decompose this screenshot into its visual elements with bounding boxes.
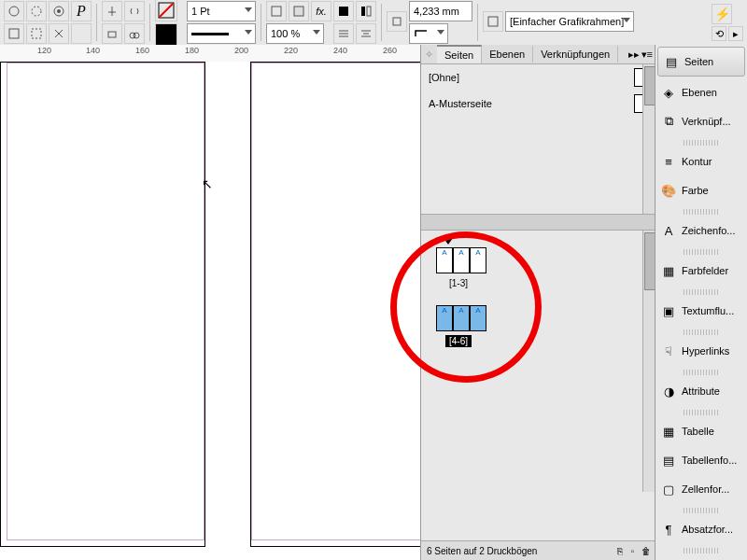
panel-label: Kontur — [682, 156, 712, 167]
align-icon[interactable] — [333, 23, 354, 44]
svg-rect-11 — [272, 7, 281, 16]
pages-panel: ✧ Seiten Ebenen Verknüpfungen ▸▸ ▾≡ [Ohn… — [420, 45, 657, 560]
panel-table[interactable]: ▦Tabelle — [655, 417, 747, 446]
document-pages-area[interactable]: A A A [1-3] A A A [4-6] — [421, 231, 656, 492]
corner-select[interactable] — [409, 23, 448, 44]
svg-point-0 — [9, 7, 19, 16]
panel-tstyle[interactable]: ▤Tabellenfo... — [655, 446, 747, 475]
chain-icon[interactable] — [124, 1, 145, 21]
panel-layers[interactable]: ◈Ebenen — [655, 78, 747, 107]
fx-icon[interactable]: fx. — [311, 1, 331, 21]
master-a[interactable]: A-Musterseite — [421, 91, 656, 117]
spread-1[interactable]: A A A — [436, 247, 486, 273]
tool-icon[interactable] — [49, 1, 69, 21]
layers-icon: ◈ — [661, 85, 676, 100]
tool-icon[interactable] — [4, 23, 24, 44]
panel-status-bar: 6 Seiten auf 2 Druckbögen ⎘ ▫ 🗑 — [421, 540, 656, 560]
anchor-icon[interactable] — [102, 1, 122, 21]
pages-icon: ▤ — [664, 54, 679, 69]
tab-pages[interactable]: Seiten — [437, 45, 482, 63]
edit-page-icon[interactable]: ⎘ — [617, 546, 623, 556]
panel-links[interactable]: ⧉Verknüpf... — [655, 107, 747, 136]
svg-rect-15 — [367, 7, 371, 16]
panel-label: Farbfelder — [682, 265, 728, 276]
panel-pages[interactable]: ▤Seiten — [657, 47, 745, 77]
crop-icon[interactable] — [387, 11, 407, 32]
tool-icon[interactable] — [71, 23, 92, 44]
section-divider[interactable] — [421, 214, 656, 231]
panel-wrap[interactable]: ▣Textumflu... — [655, 297, 747, 326]
panel-hyper[interactable]: ☟Hyperlinks — [655, 337, 747, 366]
panel-menu-icon[interactable]: ▾≡ — [641, 49, 653, 61]
control-toolbar: P 1 Pt fx. 100 % — [0, 0, 747, 46]
fit-frame-icon[interactable] — [289, 1, 309, 21]
para-icon: ¶ — [661, 522, 676, 537]
svg-rect-12 — [294, 7, 303, 16]
panel-para[interactable]: ¶Absatzfor... — [655, 515, 747, 544]
horizontal-ruler: 120 140 160 180 200 220 240 260 — [0, 45, 420, 63]
svg-line-10 — [160, 4, 173, 17]
hyper-icon: ☟ — [661, 343, 676, 358]
wrap-icon: ▣ — [661, 303, 676, 318]
bolt-icon[interactable]: ⚡ — [712, 4, 732, 24]
tool-icon[interactable] — [124, 23, 145, 44]
tool-icon[interactable] — [49, 23, 69, 44]
master-pages-area[interactable]: [Ohne] A-Musterseite — [421, 64, 656, 214]
panel-swatch[interactable]: ▦Farbfelder — [655, 257, 747, 286]
measurement-input[interactable] — [409, 1, 472, 21]
stroke-weight-select[interactable]: 1 Pt — [187, 1, 256, 21]
links-icon: ⧉ — [661, 114, 676, 129]
wrap-icon[interactable] — [333, 1, 354, 21]
zoom-select[interactable]: 100 % — [266, 23, 324, 44]
spread-label-selected: [4-6] — [445, 335, 472, 347]
collapse-icon[interactable]: ▸▸ — [628, 49, 640, 61]
page-spread-left — [0, 62, 205, 547]
menu-icon[interactable]: ▸ — [728, 26, 743, 41]
side-panel-strip: ▤Seiten◈Ebenen⧉Verknüpf...≡Kontur🎨FarbeA… — [655, 45, 747, 560]
panel-color[interactable]: 🎨Farbe — [655, 176, 747, 205]
color-icon: 🎨 — [661, 183, 676, 198]
wrap-icon[interactable] — [356, 1, 376, 21]
panel-char[interactable]: AZeichenfo... — [655, 217, 747, 245]
delete-page-icon[interactable]: 🗑 — [641, 546, 651, 556]
panel-label: Farbe — [682, 185, 709, 196]
svg-rect-22 — [393, 18, 401, 25]
panel-label: Tabellenfo... — [682, 455, 737, 466]
fill-icon[interactable] — [155, 23, 177, 46]
svg-rect-1 — [9, 29, 19, 38]
spread-2[interactable]: A A A — [436, 305, 486, 331]
new-page-icon[interactable]: ▫ — [630, 546, 634, 556]
stroke-style-select[interactable] — [187, 23, 256, 44]
svg-rect-13 — [339, 7, 348, 16]
panel-label: Ebenen — [682, 87, 717, 98]
spread-label: [1-3] — [445, 277, 472, 289]
svg-rect-3 — [32, 29, 41, 38]
contour-icon: ≡ — [661, 154, 676, 169]
zoom-value: 100 % — [271, 28, 300, 39]
panel-label: Tabelle — [682, 426, 714, 437]
tool-icon[interactable] — [102, 23, 122, 44]
tstyle-icon: ▤ — [661, 453, 676, 468]
panel-contour[interactable]: ≡Kontur — [655, 147, 747, 176]
tool-icon[interactable] — [26, 23, 47, 44]
master-none[interactable]: [Ohne] — [421, 64, 656, 91]
panel-label: Zeichenfo... — [682, 225, 735, 236]
tool-icon[interactable] — [26, 1, 47, 21]
sync-icon[interactable]: ⟲ — [712, 26, 726, 41]
char-icon: A — [661, 223, 676, 238]
master-label: [Ohne] — [429, 72, 459, 83]
panel-fx[interactable]: fxEffekte — [655, 555, 747, 560]
frame-style-icon[interactable] — [483, 11, 503, 32]
panel-attr[interactable]: ◑Attribute — [655, 377, 747, 406]
align-icon[interactable] — [356, 23, 376, 44]
tab-links[interactable]: Verknüpfungen — [533, 46, 618, 63]
fit-content-icon[interactable] — [266, 1, 287, 21]
document-canvas[interactable] — [0, 62, 420, 560]
tab-layers[interactable]: Ebenen — [482, 46, 533, 63]
tool-icon[interactable] — [4, 1, 24, 21]
no-stroke-icon[interactable] — [155, 0, 177, 21]
status-text: 6 Seiten auf 2 Druckbögen — [427, 546, 537, 556]
panel-cell[interactable]: ▢Zellenfor... — [655, 475, 747, 504]
type-tool-icon[interactable]: P — [71, 1, 92, 21]
frame-type-select[interactable]: [Einfacher Grafikrahmen] — [505, 11, 634, 32]
